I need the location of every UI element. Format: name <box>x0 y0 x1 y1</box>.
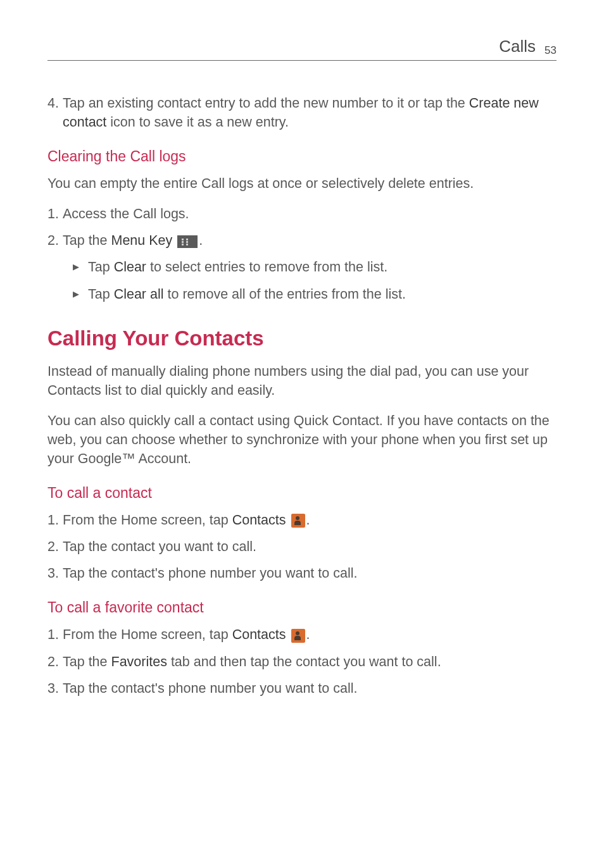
text: Tap the <box>63 654 111 669</box>
page-header: Calls 53 <box>47 37 557 61</box>
step-2-tap-favorites-tab: 2. Tap the Favorites tab and then tap th… <box>47 652 557 671</box>
step-number: 2. <box>47 231 63 250</box>
menu-key-icon <box>177 235 198 248</box>
step-number: 4. <box>47 94 63 132</box>
step-2-tap-menu: 2. Tap the Menu Key . <box>47 231 557 250</box>
step-1-fav-tap-contacts: 1. From the Home screen, tap Contacts . <box>47 625 557 644</box>
step-content: Tap an existing contact entry to add the… <box>63 94 557 132</box>
paragraph: You can empty the entire Call logs at on… <box>47 174 557 193</box>
step-content: Tap the Menu Key . <box>63 231 557 250</box>
step-number: 2. <box>47 652 63 671</box>
text: tab and then tap the contact you want to… <box>167 654 441 669</box>
step-number: 1. <box>47 204 63 223</box>
bullet-clear: ▶ Tap Clear to select entries to remove … <box>73 257 557 276</box>
arrow-icon: ▶ <box>73 257 88 273</box>
bold-text: Contacts <box>232 627 286 642</box>
heading-to-call-favorite: To call a favorite contact <box>47 599 557 616</box>
step-content: Tap the Favorites tab and then tap the c… <box>63 652 557 671</box>
step-content: Access the Call logs. <box>63 204 557 223</box>
step-1-access-logs: 1. Access the Call logs. <box>47 204 557 223</box>
step-number: 1. <box>47 625 63 644</box>
bold-text: Menu Key <box>111 233 173 248</box>
text: From the Home screen, tap <box>63 512 232 528</box>
step-3-tap-number: 3. Tap the contact's phone number you wa… <box>47 564 557 583</box>
step-content: From the Home screen, tap Contacts . <box>63 625 557 644</box>
paragraph: You can also quickly call a contact usin… <box>47 411 557 468</box>
step-number: 3. <box>47 679 63 698</box>
page-number: 53 <box>544 44 557 57</box>
bold-text: Clear all <box>114 287 164 302</box>
text: Tap an existing contact entry to add the… <box>63 96 469 111</box>
paragraph: Instead of manually dialing phone number… <box>47 362 557 400</box>
text: to select entries to remove from the lis… <box>146 259 387 275</box>
step-content: Tap the contact's phone number you want … <box>63 679 557 698</box>
text: From the Home screen, tap <box>63 627 232 642</box>
heading-to-call-contact: To call a contact <box>47 485 557 502</box>
step-4-create-contact: 4. Tap an existing contact entry to add … <box>47 94 557 132</box>
step-content: Tap the contact you want to call. <box>63 537 557 556</box>
text: Tap <box>88 259 114 275</box>
step-3-fav-tap-number: 3. Tap the contact's phone number you wa… <box>47 679 557 698</box>
bullet-content: Tap Clear all to remove all of the entri… <box>88 285 557 304</box>
text: . <box>306 627 310 642</box>
text: . <box>199 233 203 248</box>
header-title: Calls <box>499 37 536 56</box>
step-number: 1. <box>47 511 63 530</box>
contacts-icon <box>291 514 305 528</box>
text: Tap the <box>63 233 111 248</box>
step-1-tap-contacts: 1. From the Home screen, tap Contacts . <box>47 511 557 530</box>
bold-text: Contacts <box>232 512 286 528</box>
text: icon to save it as a new entry. <box>106 115 289 130</box>
text: to remove all of the entries from the li… <box>164 287 406 302</box>
arrow-icon: ▶ <box>73 285 88 300</box>
bold-text: Favorites <box>111 654 167 669</box>
bold-text: Clear <box>114 259 146 275</box>
step-2-tap-contact: 2. Tap the contact you want to call. <box>47 537 557 556</box>
step-content: From the Home screen, tap Contacts . <box>63 511 557 530</box>
text: . <box>306 512 310 528</box>
page-content: Calls 53 4. Tap an existing contact entr… <box>0 0 604 753</box>
bullet-clear-all: ▶ Tap Clear all to remove all of the ent… <box>73 285 557 304</box>
step-number: 3. <box>47 564 63 583</box>
step-content: Tap the contact's phone number you want … <box>63 564 557 583</box>
heading-clearing-call-logs: Clearing the Call logs <box>47 148 557 165</box>
text: Tap <box>88 287 114 302</box>
contacts-icon <box>291 629 305 643</box>
step-number: 2. <box>47 537 63 556</box>
heading-calling-contacts: Calling Your Contacts <box>47 326 557 350</box>
bullet-content: Tap Clear to select entries to remove fr… <box>88 257 557 276</box>
